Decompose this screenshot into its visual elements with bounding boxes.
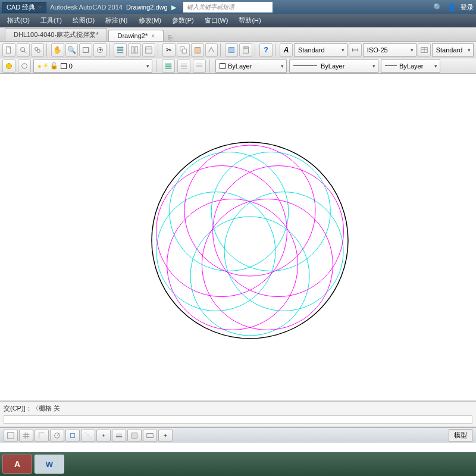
color-select[interactable]: ByLayer (215, 60, 287, 73)
polar-icon[interactable] (50, 430, 64, 441)
tablestyle-value: Standard (436, 46, 463, 54)
snap-icon[interactable] (4, 430, 18, 441)
svg-rect-17 (195, 47, 200, 53)
linetype-value: ByLayer (321, 62, 345, 70)
layer-state-icon[interactable] (2, 60, 15, 73)
menu-bar: 格式(O) 工具(T) 绘图(D) 标注(N) 修改(M) 参数(P) 窗口(W… (0, 14, 476, 27)
menu-param[interactable]: 参数(P) (167, 15, 199, 26)
layer-prev-icon[interactable] (193, 60, 206, 73)
zoom-window-icon[interactable]: 🔍 (65, 43, 79, 57)
color-swatch (220, 63, 226, 69)
block-icon[interactable] (225, 43, 238, 57)
tool-palette-icon[interactable] (142, 43, 155, 57)
lwt-icon[interactable] (112, 430, 126, 441)
file-name: Drawing2.dwg (126, 4, 168, 11)
toolbar-layers: ● ☀ 🔓 0 ByLayer ByLayer ByLayer (0, 58, 476, 74)
menu-draw[interactable]: 绘图(D) (68, 15, 99, 26)
dimstyle-select[interactable]: ISO-25 (363, 43, 416, 57)
menu-help[interactable]: 帮助(H) (234, 15, 265, 26)
infocenter-icon[interactable]: 🔍 (433, 3, 443, 12)
layer-props-icon[interactable] (162, 60, 175, 73)
svg-rect-12 (135, 46, 137, 53)
workspace-label: CAD 经典 (7, 3, 35, 12)
sheet-set-icon[interactable] (128, 43, 141, 57)
svg-text:+: + (99, 46, 102, 52)
copy-icon[interactable] (177, 43, 190, 57)
menu-format[interactable]: 格式(O) (2, 15, 35, 26)
sun-icon: ☀ (43, 62, 49, 70)
tablestyle-select[interactable]: Standard (432, 43, 474, 57)
workspace-selector[interactable]: CAD 经典 (2, 2, 46, 13)
svg-rect-13 (146, 46, 152, 53)
tab-drawing2[interactable]: Drawing2* × (108, 30, 164, 41)
zoom-realtime-icon[interactable]: + (93, 43, 107, 57)
paste-icon[interactable] (191, 43, 204, 57)
layer-color-swatch (61, 63, 67, 69)
lock-icon: 🔓 (50, 62, 58, 70)
svg-rect-40 (8, 432, 14, 439)
linetype-select[interactable]: ByLayer (289, 60, 378, 73)
tablestyle-icon[interactable] (418, 43, 431, 57)
search-input[interactable]: 键入关键字或短语 (183, 2, 273, 12)
help-icon[interactable]: ? (259, 43, 273, 57)
cut-icon[interactable]: ✂ (162, 43, 176, 57)
lineweight-select[interactable]: ByLayer (381, 60, 440, 73)
textstyle-value: Standard (298, 46, 325, 54)
zoom-extents-icon[interactable] (31, 43, 44, 57)
svg-rect-16 (182, 49, 186, 53)
textstyle-icon[interactable]: A (280, 43, 293, 57)
command-text: 交(CP)]：〈栅格 关 (4, 404, 472, 413)
menu-dim[interactable]: 标注(N) (101, 15, 132, 26)
model-tab[interactable]: 模型 (449, 429, 472, 441)
osnap-icon[interactable] (65, 430, 80, 441)
add-icon[interactable]: + (158, 430, 173, 441)
tab-label: Drawing2* (117, 32, 148, 39)
layer-select[interactable]: ● ☀ 🔓 0 (33, 60, 152, 73)
svg-point-4 (37, 49, 40, 52)
svg-rect-43 (71, 433, 75, 437)
model-canvas[interactable] (0, 74, 476, 401)
command-line[interactable]: 交(CP)]：〈栅格 关 (0, 401, 476, 427)
ortho-icon[interactable] (35, 430, 49, 441)
properties-icon[interactable] (114, 43, 127, 57)
toolbar-main: ✋ 🔍 + ✂ ? A Standard ISO-25 Standard (0, 42, 476, 58)
status-bar: + + 模型 (0, 427, 476, 443)
tab-dhl100[interactable]: DHL100-4040-麻花式搅拌桨* (5, 28, 107, 41)
zoom-icon[interactable] (17, 43, 30, 57)
command-input[interactable] (4, 415, 472, 424)
word-icon: W (46, 460, 53, 469)
search-play-icon[interactable]: ▶ (171, 4, 176, 11)
sc-icon[interactable] (143, 430, 157, 441)
match-icon[interactable] (205, 43, 218, 57)
lineweight-value: ByLayer (399, 62, 423, 70)
svg-point-27 (7, 63, 12, 68)
bulb-icon: ● (37, 62, 42, 70)
taskbar-word[interactable]: W (35, 455, 64, 474)
svg-point-35 (184, 145, 315, 276)
signin-icon[interactable]: 👤 (447, 4, 456, 11)
dimstyle-icon[interactable] (349, 43, 362, 57)
windows-taskbar: A W (0, 452, 476, 476)
layer-iso-icon[interactable] (177, 60, 190, 73)
pan-icon[interactable]: ✋ (51, 43, 64, 57)
taskbar-autocad[interactable]: A (2, 455, 32, 474)
document-tabs: DHL100-4040-麻花式搅拌桨* Drawing2* × ⎘ (0, 27, 476, 42)
calc-icon[interactable] (239, 43, 252, 57)
menu-tools[interactable]: 工具(T) (36, 15, 67, 26)
svg-rect-0 (7, 46, 11, 53)
grid-icon[interactable] (19, 430, 33, 441)
qp-icon[interactable] (127, 430, 142, 441)
drawing-content (0, 74, 476, 401)
layer-freeze-icon[interactable] (18, 60, 31, 73)
otrack-icon[interactable] (81, 430, 95, 441)
login-label[interactable]: 登录 (461, 3, 474, 12)
new-tab-icon[interactable]: ⎘ (165, 34, 176, 41)
orbit-icon[interactable] (79, 43, 92, 57)
close-icon[interactable]: × (151, 33, 155, 39)
svg-point-28 (22, 63, 27, 68)
new-icon[interactable] (2, 43, 15, 57)
menu-window[interactable]: 窗口(W) (200, 15, 233, 26)
dyn-icon[interactable]: + (96, 430, 111, 441)
textstyle-select[interactable]: Standard (294, 43, 347, 57)
menu-modify[interactable]: 修改(M) (134, 15, 167, 26)
